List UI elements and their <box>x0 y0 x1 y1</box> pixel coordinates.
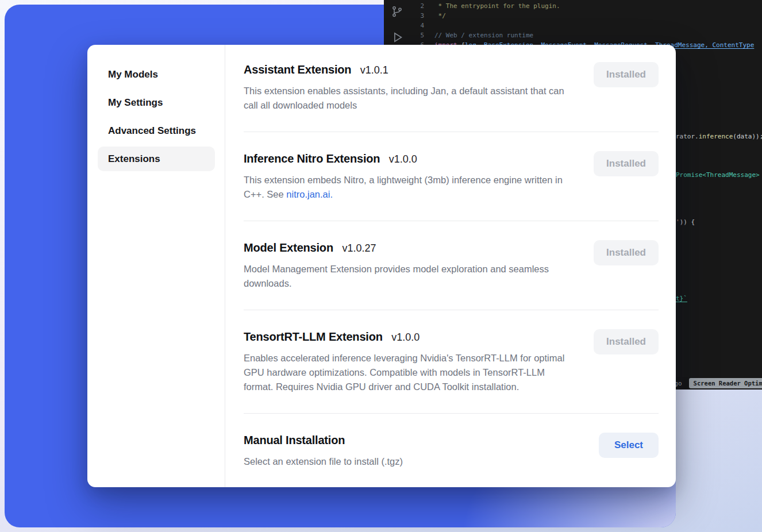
code-line: 3 */ <box>410 11 762 21</box>
select-file-button[interactable]: Select <box>599 433 659 458</box>
code-fragment: ')) { <box>676 218 695 226</box>
extension-description: Enables accelerated inference leveraging… <box>244 351 576 394</box>
sidebar-item-my-settings[interactable]: My Settings <box>98 90 215 115</box>
manual-installation-description: Select an extension file to install (.tg… <box>244 454 403 469</box>
sidebar-item-advanced-settings[interactable]: Advanced Settings <box>98 118 215 143</box>
extension-info: TensortRT-LLM Extension v1.0.0 Enables a… <box>244 329 576 394</box>
line-number: 4 <box>410 21 424 30</box>
extension-description: Model Management Extension provides mode… <box>244 262 576 291</box>
extension-row-assistant: Assistant Extension v1.0.1 This extensio… <box>244 62 659 132</box>
extension-info: Assistant Extension v1.0.1 This extensio… <box>244 62 576 113</box>
installed-button[interactable]: Installed <box>594 240 659 265</box>
settings-modal: My Models My Settings Advanced Settings … <box>87 45 676 487</box>
extension-name: TensortRT-LLM Extension <box>244 330 383 343</box>
sidebar-item-my-models[interactable]: My Models <box>98 62 215 87</box>
line-number: 2 <box>410 1 424 11</box>
code-fragment: t}` <box>676 294 687 303</box>
code-text: * The entrypoint for the plugin. <box>434 1 560 11</box>
screen-reader-badge[interactable]: Screen Reader Optimized <box>689 378 762 388</box>
manual-installation-row: Manual Installation Select an extension … <box>244 414 659 487</box>
installed-button[interactable]: Installed <box>594 62 659 87</box>
extension-version: v1.0.27 <box>342 242 376 254</box>
extension-info: Inference Nitro Extension v1.0.0 This ex… <box>244 151 576 202</box>
extension-row-model: Model Extension v1.0.27 Model Management… <box>244 221 659 310</box>
code-line: 4 <box>410 21 762 30</box>
sidebar-item-extensions[interactable]: Extensions <box>98 147 215 171</box>
installed-button[interactable]: Installed <box>594 329 659 354</box>
source-control-icon[interactable] <box>391 6 403 17</box>
extension-row-nitro: Inference Nitro Extension v1.0.0 This ex… <box>244 132 659 221</box>
line-number: 5 <box>410 30 424 40</box>
extension-name: Inference Nitro Extension <box>244 152 380 165</box>
code-line: 2 * The entrypoint for the plugin. <box>410 1 762 11</box>
extension-version: v1.0.1 <box>360 64 388 76</box>
extension-version: v1.0.0 <box>389 153 417 165</box>
installed-button[interactable]: Installed <box>594 151 659 176</box>
extension-row-tensorrt: TensortRT-LLM Extension v1.0.0 Enables a… <box>244 310 659 414</box>
code-fragment: Promise<ThreadMessage> <box>676 171 760 179</box>
code-lines: 2 * The entrypoint for the plugin. 3 */ … <box>410 1 762 50</box>
extension-info: Manual Installation Select an extension … <box>244 433 403 469</box>
extension-name: Model Extension <box>244 241 333 254</box>
run-debug-icon[interactable] <box>391 31 403 44</box>
extension-name: Assistant Extension <box>244 63 351 76</box>
code-text: // Web / extension runtime <box>434 30 533 40</box>
code-fragment: rator.inference(data)); <box>676 132 762 141</box>
page: 2 * The entrypoint for the plugin. 3 */ … <box>0 0 762 532</box>
code-text: */ <box>434 11 446 21</box>
line-number: 3 <box>410 11 424 21</box>
code-line: 5 // Web / extension runtime <box>410 30 762 40</box>
extensions-panel: Assistant Extension v1.0.1 This extensio… <box>225 45 676 487</box>
extension-version: v1.0.0 <box>391 331 420 343</box>
extension-description: This extension enables assistants, inclu… <box>244 84 576 113</box>
extension-info: Model Extension v1.0.27 Model Management… <box>244 240 576 291</box>
extension-description: This extension embeds Nitro, a lightweig… <box>244 173 576 202</box>
settings-sidebar: My Models My Settings Advanced Settings … <box>87 45 225 487</box>
nitro-jan-ai-link[interactable]: nitro.jan.ai. <box>286 189 333 199</box>
manual-installation-title: Manual Installation <box>244 434 345 446</box>
